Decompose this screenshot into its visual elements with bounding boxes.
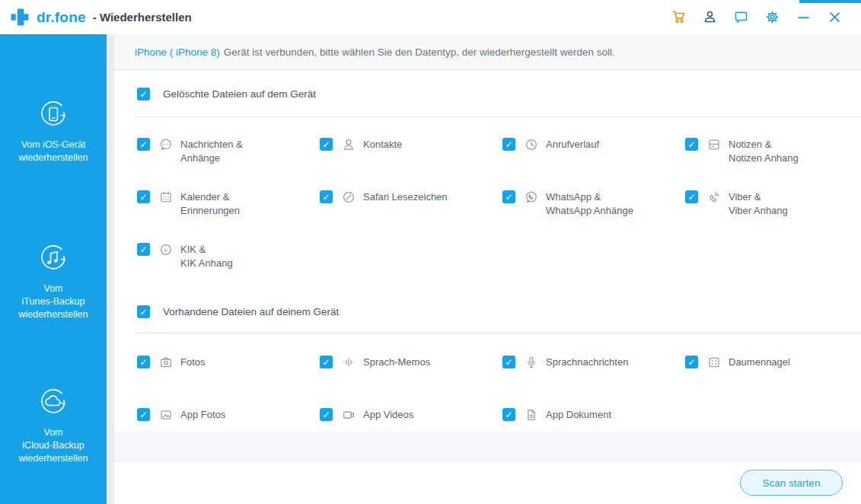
item-app-photos[interactable]: App Fotos bbox=[137, 408, 320, 423]
voice-messages-icon bbox=[524, 355, 539, 370]
itunes-backup-restore-icon bbox=[37, 241, 70, 278]
checkbox-existing-files[interactable] bbox=[137, 305, 150, 318]
photos-icon bbox=[158, 355, 174, 370]
title-bar: dr.fone - Wiederherstellen bbox=[0, 0, 861, 34]
checkbox-voice-messages[interactable] bbox=[502, 356, 515, 368]
sidebar-item-label: Vom iOS-Gerät wiederherstellen bbox=[18, 139, 88, 164]
sidebar-item-itunes-backup-restore[interactable]: Vom iTunes-Backup wiederherstellen bbox=[0, 241, 107, 321]
item-messages[interactable]: Nachrichten &Anhänge bbox=[137, 138, 320, 190]
content-gutter bbox=[107, 34, 114, 504]
device-name: iPhone ( iPhone 8) bbox=[135, 46, 220, 58]
checkbox-kik[interactable] bbox=[137, 243, 150, 256]
status-message: Gerät ist verbunden, bitte wählen Sie de… bbox=[224, 46, 615, 58]
ios-device-restore-icon bbox=[37, 97, 70, 134]
icloud-backup-restore-icon bbox=[37, 385, 70, 422]
item-contacts[interactable]: Kontakte bbox=[320, 138, 502, 190]
checkbox-call-history[interactable] bbox=[502, 138, 515, 151]
notes-icon bbox=[706, 137, 722, 152]
messages-icon bbox=[158, 137, 174, 152]
item-kik[interactable]: k KIK &KIK Anhang bbox=[137, 243, 320, 295]
checkbox-viber[interactable] bbox=[685, 190, 698, 203]
deleted-files-grid: Nachrichten &Anhänge Kontakte Anrufverla… bbox=[114, 117, 861, 295]
top-accent-bar bbox=[799, 0, 861, 3]
voice-memos-icon bbox=[341, 355, 356, 370]
safari-bookmark-icon bbox=[341, 190, 356, 205]
footer-bar: Scan starten bbox=[114, 462, 861, 504]
checkbox-app-photos[interactable] bbox=[137, 408, 150, 421]
app-brand: dr.fone - Wiederherstellen bbox=[0, 8, 192, 27]
checkbox-safari-bookmarks[interactable] bbox=[320, 190, 333, 203]
existing-files-grid: Fotos Sprach-Memos Sprachnachrichten bbox=[114, 333, 861, 432]
calendar-icon bbox=[158, 190, 174, 205]
account-icon[interactable] bbox=[701, 9, 718, 26]
item-voice-memos[interactable]: Sprach-Memos bbox=[320, 356, 502, 408]
checkbox-voice-memos[interactable] bbox=[320, 356, 333, 368]
logo-text: dr.fone bbox=[37, 9, 86, 26]
sidebar-item-label: Vom iTunes-Backup wiederherstellen bbox=[18, 282, 88, 321]
viber-icon bbox=[706, 190, 722, 205]
item-safari-bookmarks[interactable]: Safari Lesezeichen bbox=[320, 190, 502, 243]
sidebar: Vom iOS-Gerät wiederherstellen Vom iTune… bbox=[0, 34, 107, 504]
cart-icon[interactable] bbox=[670, 9, 687, 26]
call-history-icon bbox=[524, 137, 539, 152]
checkbox-deleted-files[interactable] bbox=[137, 88, 150, 100]
contacts-icon bbox=[341, 137, 356, 152]
section-title: Gelöschte Dateien auf dem Gerät bbox=[163, 88, 316, 100]
app-photos-icon bbox=[158, 407, 174, 423]
minimize-icon[interactable] bbox=[795, 9, 812, 26]
item-thumbnail[interactable]: Daumennagel bbox=[685, 356, 861, 408]
item-whatsapp[interactable]: WhatsApp &WhatsApp Anhänge bbox=[502, 190, 685, 243]
kik-icon: k bbox=[158, 242, 174, 257]
feedback-icon[interactable] bbox=[732, 9, 749, 26]
checkbox-app-videos[interactable] bbox=[320, 408, 333, 421]
checkbox-notes[interactable] bbox=[685, 138, 698, 151]
scan-start-button[interactable]: Scan starten bbox=[740, 470, 843, 496]
app-document-icon bbox=[524, 407, 539, 423]
item-calendar[interactable]: Kalender &Erinnerungen bbox=[137, 190, 320, 243]
titlebar-actions bbox=[670, 9, 861, 26]
settings-icon[interactable] bbox=[764, 9, 780, 26]
item-call-history[interactable]: Anrufverlauf bbox=[502, 138, 685, 190]
checkbox-contacts[interactable] bbox=[320, 138, 333, 151]
item-voice-messages[interactable]: Sprachnachrichten bbox=[502, 356, 685, 408]
app-videos-icon bbox=[341, 407, 356, 423]
sidebar-item-label: Vom iCloud-Backup wiederherstellen bbox=[18, 426, 88, 465]
data-type-panel: Gelöschte Dateien auf dem Gerät Nachrich… bbox=[114, 71, 861, 432]
item-viber[interactable]: Viber &Viber Anhang bbox=[685, 190, 861, 243]
close-icon[interactable] bbox=[826, 9, 843, 26]
checkbox-app-document[interactable] bbox=[502, 408, 515, 421]
item-app-videos[interactable]: App Videos bbox=[320, 408, 502, 423]
sidebar-item-icloud-backup-restore[interactable]: Vom iCloud-Backup wiederherstellen bbox=[0, 385, 107, 465]
section-deleted-files: Gelöschte Dateien auf dem Gerät bbox=[114, 71, 861, 116]
device-status-bar: iPhone ( iPhone 8) Gerät ist verbunden, … bbox=[114, 34, 861, 70]
section-existing-files: Vorhandene Dateien auf deinem Gerät bbox=[114, 295, 861, 333]
whatsapp-icon bbox=[524, 190, 539, 205]
window-title: - Wiederherstellen bbox=[93, 11, 192, 24]
drfone-logo-icon bbox=[11, 8, 30, 27]
svg-text:k: k bbox=[164, 247, 168, 254]
section-title: Vorhandene Dateien auf deinem Gerät bbox=[163, 306, 339, 317]
checkbox-whatsapp[interactable] bbox=[502, 190, 515, 203]
item-app-document[interactable]: App Dokument bbox=[502, 408, 685, 423]
checkbox-photos[interactable] bbox=[137, 356, 150, 368]
drfone-window: dr.fone - Wiederherstellen bbox=[0, 0, 861, 504]
item-photos[interactable]: Fotos bbox=[137, 356, 320, 408]
checkbox-thumbnail[interactable] bbox=[685, 356, 698, 368]
checkbox-messages[interactable] bbox=[137, 138, 150, 151]
thumbnail-icon bbox=[706, 355, 722, 370]
sidebar-item-ios-device-restore[interactable]: Vom iOS-Gerät wiederherstellen bbox=[0, 97, 107, 164]
item-notes[interactable]: Notizen &Notizen Anhang bbox=[685, 138, 861, 190]
checkbox-calendar[interactable] bbox=[137, 190, 150, 203]
